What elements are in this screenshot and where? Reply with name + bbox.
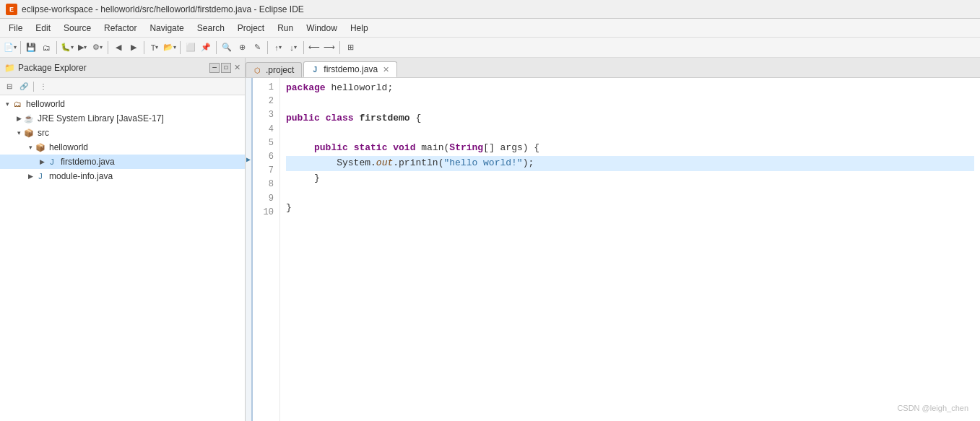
menu-source[interactable]: Source (58, 22, 97, 35)
space-5b (387, 141, 393, 156)
line-num-7: 7 (256, 164, 274, 178)
next-annotation-button[interactable]: ↓▾ (286, 40, 300, 55)
gutter-line-7 (246, 168, 251, 183)
code-line-8 (286, 186, 974, 201)
prev-edit-button[interactable]: ◀ (111, 40, 126, 55)
class-system: System. (337, 156, 376, 171)
paren-5: ( (444, 141, 450, 156)
pe-link-editor-button[interactable]: 🔗 (17, 80, 30, 93)
save-all-button[interactable]: 🗂 (39, 40, 53, 55)
save-button[interactable]: 💾 (24, 40, 38, 55)
xml-icon: ⬡ (252, 65, 262, 75)
pe-panel-title: Package Explorer (18, 63, 87, 73)
toolbar-btn-1[interactable]: 🔍 (220, 40, 234, 55)
tree-item-jre[interactable]: ▶ ☕ JRE System Library [JavaSE-17] (0, 111, 245, 126)
line-num-1: 1 (256, 81, 274, 95)
pe-minimize-button[interactable]: ─ (209, 63, 220, 73)
run-button[interactable]: ▶▾ (75, 40, 90, 55)
tree-label-package: helloworld (49, 142, 88, 152)
package-icon: 📦 (35, 142, 46, 153)
code-line-5: public static void main ( String [] args… (286, 141, 974, 156)
pe-menu-button[interactable]: ⋮ (37, 80, 50, 93)
title-bar: E eclipse-workspace - helloworld/src/hel… (0, 0, 980, 19)
brace-5: ) { (523, 141, 539, 156)
gutter-line-1 (246, 78, 251, 93)
gutter-line-6: ▶ (246, 153, 251, 168)
open-resource-button[interactable]: 📂▾ (162, 40, 177, 55)
menu-file[interactable]: File (3, 22, 28, 35)
pe-panel-icon: 📁 (4, 63, 15, 73)
brace-close-7: } (314, 171, 320, 186)
new-button[interactable]: 📄▾ (3, 40, 17, 55)
keyword-package: package (286, 81, 326, 96)
menu-project[interactable]: Project (232, 22, 270, 35)
tree-item-firstdemo[interactable]: ▶ J firstdemo.java (0, 155, 245, 169)
keyword-class: class (326, 111, 354, 126)
gutter-line-10 (246, 213, 251, 228)
prev-annotation-button[interactable]: ↑▾ (271, 40, 285, 55)
space-3b (354, 111, 360, 126)
gutter-line-9 (246, 198, 251, 213)
pe-close-button[interactable]: ✕ (234, 63, 240, 72)
tree-arrow-helloworld: ▾ (3, 100, 12, 108)
tree-arrow-module: ▶ (26, 172, 35, 181)
gutter-line-5 (246, 138, 251, 153)
package-explorer-panel: 📁 Package Explorer ─ □ ✕ ⊟ 🔗 ⋮ ▾ 🗂 hell (0, 58, 246, 421)
watermark: CSDN @leigh_chen (897, 404, 968, 412)
tab-firstdemo[interactable]: J firstdemo.java ✕ (303, 61, 397, 77)
tree-arrow-firstdemo: ▶ (38, 157, 46, 166)
code-line-4 (286, 126, 974, 141)
menu-window[interactable]: Window (300, 22, 343, 35)
toolbar-btn-2[interactable]: ⊕ (235, 40, 249, 55)
line-num-2: 2 (256, 95, 274, 108)
tree-label-helloworld: helloworld (26, 99, 65, 109)
code-package-name: helloworld; (326, 81, 394, 96)
pe-toolbar: ⊟ 🔗 ⋮ (0, 78, 245, 95)
menu-help[interactable]: Help (344, 22, 374, 35)
pe-maximize-button[interactable]: □ (221, 63, 231, 73)
open-type-button[interactable]: T▾ (147, 40, 162, 55)
code-line-6: System. out .println( "hello world!" ); (286, 156, 974, 171)
tree-item-src[interactable]: ▾ 📦 src (0, 126, 245, 140)
code-line-2 (286, 96, 974, 111)
tree-item-module[interactable]: ▶ J module-info.java (0, 169, 245, 183)
tab-close-button[interactable]: ✕ (383, 65, 389, 74)
tab-project[interactable]: ⬡ .project (246, 62, 302, 77)
tab-label-firstdemo: firstdemo.java (324, 64, 378, 74)
next-edit-button[interactable]: ▶ (126, 40, 141, 55)
pe-collapse-all-button[interactable]: ⊟ (3, 80, 16, 93)
line-numbers: 1 2 3 4 5 6 7 8 9 10 (253, 78, 280, 421)
pin-button[interactable]: 📌 (199, 40, 213, 55)
external-tools-button[interactable]: ⚙▾ (90, 40, 105, 55)
jre-icon: ☕ (23, 113, 35, 124)
indent-6 (286, 156, 337, 171)
space-5c (415, 141, 421, 156)
toolbar-btn-3[interactable]: ✎ (250, 40, 264, 55)
menu-search[interactable]: Search (191, 22, 230, 35)
pe-tree: ▾ 🗂 helloworld ▶ ☕ JRE System Library [J… (0, 95, 245, 421)
tree-item-package[interactable]: ▾ 📦 helloworld (0, 140, 245, 155)
brackets-5: [] (483, 141, 500, 156)
menu-navigate[interactable]: Navigate (144, 22, 189, 35)
menu-edit[interactable]: Edit (30, 22, 56, 35)
debug-button[interactable]: 🐛▾ (60, 40, 74, 55)
maximize-button[interactable]: ⬜ (183, 40, 198, 55)
code-content[interactable]: package helloworld; public class firstde… (280, 78, 980, 421)
line-num-3: 3 (256, 108, 274, 122)
menu-bar: File Edit Source Refactor Navigate Searc… (0, 19, 980, 38)
tree-label-firstdemo: firstdemo.java (61, 157, 115, 167)
brace-close-9: } (286, 201, 292, 216)
watermark-text: CSDN @leigh_chen (897, 404, 968, 412)
forward-nav-button[interactable]: ⟶ (322, 40, 337, 55)
java-tab-icon: J (310, 64, 320, 74)
perspective-button[interactable]: ⊞ (343, 40, 357, 55)
module-file-icon: J (35, 170, 46, 182)
menu-refactor[interactable]: Refactor (98, 22, 142, 35)
back-nav-button[interactable]: ⟵ (307, 40, 321, 55)
tree-item-helloworld[interactable]: ▾ 🗂 helloworld (0, 97, 245, 111)
tree-label-jre: JRE System Library [JavaSE-17] (38, 113, 164, 123)
editor-area: ⬡ .project J firstdemo.java ✕ ▶ (246, 58, 980, 421)
gutter-line-8 (246, 183, 251, 199)
menu-run[interactable]: Run (272, 22, 299, 35)
java-file-icon: J (46, 156, 58, 168)
